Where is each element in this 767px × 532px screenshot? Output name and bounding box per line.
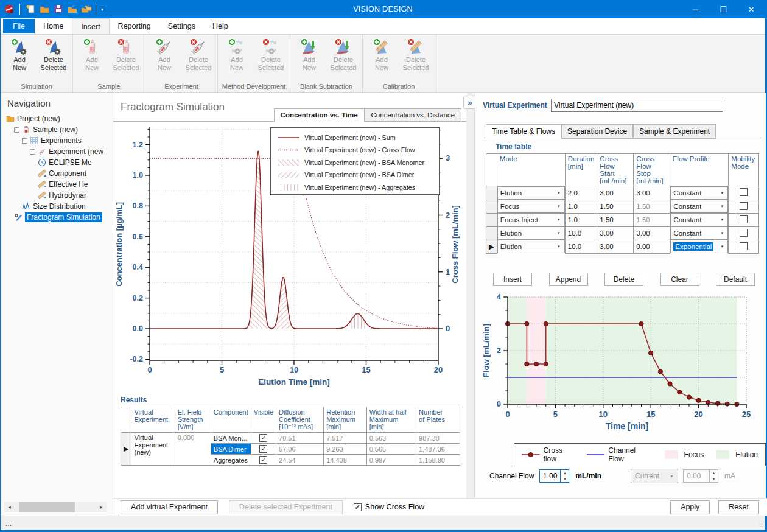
tree-expander-icon[interactable] bbox=[30, 149, 35, 155]
chevron-down-icon[interactable]: ▼ bbox=[719, 231, 725, 235]
row-selector[interactable] bbox=[486, 186, 497, 200]
chevron-down-icon[interactable]: ▼ bbox=[556, 205, 562, 208]
mobility-mode-cell[interactable] bbox=[729, 200, 759, 213]
duration-cell[interactable]: 2.0 bbox=[565, 186, 597, 200]
add-new-method-development-button[interactable]: AddNew bbox=[222, 36, 252, 82]
flow-profile-dropdown[interactable]: Exponential▼ bbox=[670, 240, 728, 253]
cross-flow-stop-cell[interactable]: 1.50 bbox=[634, 213, 670, 226]
chevron-down-icon[interactable]: ▼ bbox=[719, 205, 725, 208]
delete-button[interactable]: Delete bbox=[604, 273, 643, 286]
checkbox-unchecked-icon[interactable] bbox=[740, 188, 748, 196]
chevron-down-icon[interactable]: ▼ bbox=[719, 218, 725, 222]
tree-expander-icon[interactable] bbox=[14, 127, 19, 133]
mobility-mode-cell[interactable] bbox=[729, 213, 759, 226]
width-cell[interactable]: 0.563 bbox=[366, 433, 416, 444]
tab-separation-device[interactable]: Separation Device bbox=[561, 124, 633, 139]
menu-tab-insert[interactable]: Insert bbox=[72, 18, 109, 34]
diffusion-cell[interactable]: 70.51 bbox=[276, 433, 324, 444]
panel-splitter[interactable]: » bbox=[466, 93, 475, 498]
mobility-mode-cell[interactable] bbox=[729, 226, 759, 240]
mobility-mode-cell[interactable] bbox=[729, 240, 759, 253]
tab-concentration-vs-time[interactable]: Concentration vs. Time bbox=[274, 108, 365, 122]
chevron-down-icon[interactable]: ▼ bbox=[556, 191, 562, 195]
mode-dropdown[interactable]: Elution▼ bbox=[497, 240, 565, 253]
current-value-input[interactable]: 0.00 ▲▼ bbox=[683, 469, 718, 483]
delete-selected-calibration-button[interactable]: DeleteSelected bbox=[401, 36, 431, 82]
chevron-down-icon[interactable]: ▼ bbox=[719, 245, 725, 248]
retention-cell[interactable]: 7.517 bbox=[324, 433, 367, 444]
checkbox-checked-icon[interactable]: ✓ bbox=[259, 456, 267, 464]
field-strength-cell[interactable]: 0.000 bbox=[175, 433, 211, 466]
insert-button[interactable]: Insert bbox=[493, 273, 532, 286]
delete-selected-experiment-button[interactable]: Delete selected Experiment bbox=[229, 500, 343, 514]
maximize-button[interactable]: ☐ bbox=[709, 0, 737, 18]
checkbox-checked-icon[interactable]: ✓ bbox=[259, 434, 267, 442]
checkbox-unchecked-icon[interactable] bbox=[740, 215, 748, 223]
menu-tab-help[interactable]: Help bbox=[204, 18, 237, 34]
component-cell[interactable]: Aggregates bbox=[211, 455, 251, 466]
add-new-experiment-button[interactable]: AddNew bbox=[149, 36, 180, 82]
visible-cell[interactable]: ✓ bbox=[251, 455, 276, 466]
checkbox-unchecked-icon[interactable] bbox=[740, 202, 748, 210]
sidebar-item-sample-new[interactable]: Sample (new) bbox=[1, 124, 113, 135]
mode-dropdown[interactable]: Focus▼ bbox=[497, 200, 565, 213]
sidebar-item-hydrodynar[interactable]: Hydrodynar bbox=[1, 190, 113, 201]
width-cell[interactable]: 0.565 bbox=[366, 444, 416, 455]
tab-sample-experiment[interactable]: Sample & Experiment bbox=[633, 124, 716, 139]
visible-cell[interactable]: ✓ bbox=[251, 444, 276, 455]
row-selector[interactable]: ▶ bbox=[121, 433, 131, 466]
row-selector[interactable] bbox=[486, 213, 497, 226]
sidebar-item-effective-he[interactable]: Effective He bbox=[1, 179, 113, 190]
delete-selected-simulation-button[interactable]: DeleteSelected bbox=[38, 36, 69, 82]
add-new-sample-button[interactable]: AddNew bbox=[77, 36, 107, 82]
cross-flow-stop-cell[interactable]: 1.50 bbox=[634, 200, 670, 213]
chevron-down-icon[interactable]: ▼ bbox=[556, 245, 562, 248]
scrollbar-thumb[interactable] bbox=[19, 502, 75, 512]
chevron-down-icon[interactable]: ▼ bbox=[719, 191, 725, 195]
sidebar-item-project-new[interactable]: Project (new) bbox=[1, 113, 113, 124]
duration-cell[interactable]: 10.0 bbox=[565, 226, 597, 240]
diffusion-cell[interactable]: 57.06 bbox=[276, 444, 324, 455]
mode-dropdown[interactable]: Focus Inject▼ bbox=[497, 213, 565, 226]
diffusion-cell[interactable]: 24.54 bbox=[276, 455, 324, 466]
spinner-arrows-icon[interactable]: ▲▼ bbox=[560, 470, 569, 482]
virtual-experiment-input[interactable]: Virtual Experiment (new) bbox=[551, 99, 723, 112]
delete-selected-sample-button[interactable]: DeleteSelected bbox=[111, 36, 141, 82]
show-cross-flow-checkbox[interactable]: ✓ Show Cross Flow bbox=[354, 503, 424, 511]
sidebar-item-eclipse-me[interactable]: ECLIPSE Me bbox=[1, 157, 113, 168]
visible-cell[interactable]: ✓ bbox=[251, 433, 276, 444]
reset-button[interactable]: Reset bbox=[718, 500, 759, 514]
cross-flow-start-cell[interactable]: 3.00 bbox=[597, 226, 634, 240]
checkbox-checked-icon[interactable]: ✓ bbox=[259, 445, 267, 453]
chevron-down-icon[interactable]: ▼ bbox=[556, 218, 562, 222]
delete-selected-method-development-button[interactable]: DeleteSelected bbox=[256, 36, 286, 82]
delete-selected-experiment-button[interactable]: DeleteSelected bbox=[183, 36, 214, 82]
close-button[interactable]: ✕ bbox=[737, 0, 765, 18]
chevron-down-icon[interactable]: ▼ bbox=[556, 231, 562, 235]
row-selector[interactable] bbox=[486, 226, 497, 240]
duration-cell[interactable]: 1.0 bbox=[565, 200, 597, 213]
add-virtual-experiment-button[interactable]: Add virtual Experiment bbox=[121, 500, 218, 514]
row-selector[interactable] bbox=[486, 200, 497, 213]
tab-concentration-vs-distance[interactable]: Concentration vs. Distance bbox=[365, 108, 461, 122]
minimize-button[interactable]: ─ bbox=[681, 0, 709, 18]
duration-cell[interactable]: 10.0 bbox=[565, 240, 597, 253]
default-button[interactable]: Default bbox=[716, 273, 755, 286]
cross-flow-stop-cell[interactable]: 0.00 bbox=[634, 240, 670, 253]
channel-flow-input[interactable]: 1.00 ▲▼ bbox=[539, 469, 569, 483]
resize-grip[interactable]: ⁝⁝ bbox=[759, 522, 763, 528]
row-selector[interactable]: ▶ bbox=[486, 240, 497, 253]
plates-cell[interactable]: 987.38 bbox=[416, 433, 460, 444]
sidebar-item-fractogram-simulation[interactable]: Fractogram Simulation bbox=[1, 212, 113, 223]
plates-cell[interactable]: 1,158.80 bbox=[416, 455, 460, 466]
add-new-calibration-button[interactable]: AddNew bbox=[366, 36, 397, 82]
mode-dropdown[interactable]: Elution▼ bbox=[497, 226, 565, 240]
retention-cell[interactable]: 9.260 bbox=[324, 444, 367, 455]
current-mode-dropdown[interactable]: Current ▼ bbox=[631, 469, 678, 483]
menu-tab-settings[interactable]: Settings bbox=[159, 18, 204, 34]
sidebar-item-size-distribution[interactable]: Size Distribution bbox=[1, 201, 113, 212]
menu-tab-reporting[interactable]: Reporting bbox=[110, 18, 159, 34]
cross-flow-start-cell[interactable]: 3.00 bbox=[597, 240, 634, 253]
cross-flow-start-cell[interactable]: 3.00 bbox=[597, 186, 634, 200]
cross-flow-start-cell[interactable]: 1.50 bbox=[597, 200, 634, 213]
